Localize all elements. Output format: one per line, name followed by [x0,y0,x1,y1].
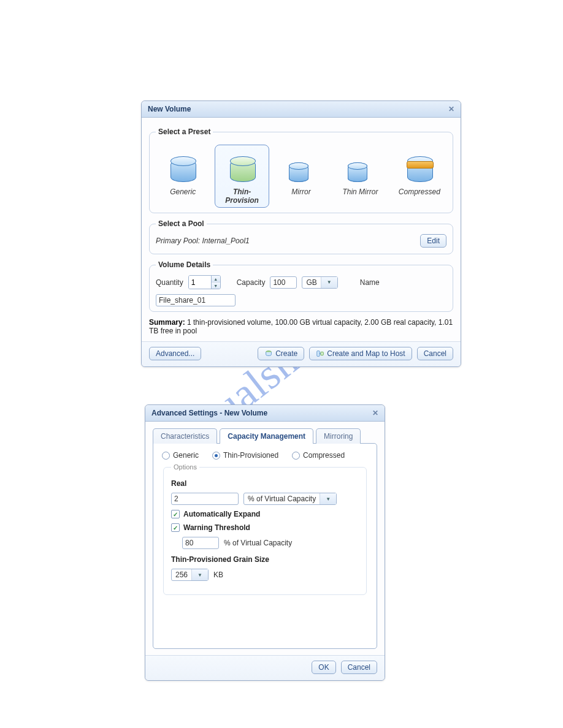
map-icon [316,349,324,358]
provision-type-row: Generic Thin-Provisioned Compressed [162,451,368,460]
chevron-down-icon[interactable]: ▼ [191,569,208,580]
summary-label: Summary: [149,318,185,327]
preset-label: Compressed [394,188,445,196]
pool-text: Primary Pool: Internal_Pool1 [156,237,250,245]
quantity-input[interactable] [189,276,211,289]
new-volume-dialog: New Volume ✕ Select a Preset Generic Thi… [141,100,461,367]
real-label: Real [171,479,359,488]
radio-thin-provisioned[interactable]: Thin-Provisioned [212,451,278,460]
preset-legend: Select a Preset [156,127,213,136]
dialog-title: New Volume [148,105,191,113]
warning-threshold-label: Warning Threshold [183,523,250,532]
radio-generic[interactable]: Generic [162,451,199,460]
pool-value: Internal_Pool1 [202,237,249,245]
preset-label: Thin-Provision [216,188,267,205]
close-icon[interactable]: ✕ [372,409,378,417]
real-input[interactable] [171,493,239,505]
radio-compressed[interactable]: Compressed [292,451,345,460]
dialog-footer: OK Cancel [145,655,385,680]
thin-provision-icon [227,149,258,182]
real-unit-select[interactable]: % of Virtual Capacity ▼ [243,493,337,505]
warning-threshold-checkbox[interactable]: Warning Threshold [171,523,250,532]
generic-icon [167,149,198,182]
tab-bar: Characteristics Capacity Management Mirr… [153,428,377,444]
name-input[interactable] [156,294,236,306]
edit-pool-button[interactable]: Edit [420,234,446,248]
tab-characteristics[interactable]: Characteristics [153,428,217,444]
pool-legend: Select a Pool [156,219,207,228]
auto-expand-checkbox[interactable]: Automatically Expand [171,510,260,518]
pool-label: Primary Pool: [156,237,200,245]
create-label: Create [275,349,297,358]
grain-select[interactable]: 256 ▼ [171,569,209,581]
stepper-up-icon[interactable]: ▲ [212,276,220,282]
tab-mirroring[interactable]: Mirroring [316,428,361,444]
tab-page: Generic Thin-Provisioned Compressed Opti… [153,443,377,649]
preset-thin-provision[interactable]: Thin-Provision [215,145,269,208]
volume-details-legend: Volume Details [156,260,213,269]
preset-group: Select a Preset Generic Thin-Provision M… [149,127,453,213]
dialog-body: Characteristics Capacity Management Mirr… [145,422,385,655]
dialog-footer: Advanced... Create Create and Map to Hos… [142,341,461,366]
ok-button[interactable]: OK [312,661,335,674]
name-label: Name [360,278,380,287]
real-unit-value: % of Virtual Capacity [244,493,320,504]
create-button[interactable]: Create [258,347,304,360]
grain-unit: KB [213,571,223,579]
capacity-label: Capacity [237,278,266,287]
close-icon[interactable]: ✕ [448,105,454,113]
titlebar: New Volume ✕ [142,101,461,118]
summary: Summary: 1 thin-provisioned volume, 100.… [149,318,453,335]
capacity-unit-value: GB [302,277,320,288]
mirror-icon [286,149,316,182]
titlebar: Advanced Settings - New Volume ✕ [145,405,385,422]
advanced-button[interactable]: Advanced... [149,347,201,360]
options-legend: Options [171,463,199,471]
options-group: Options Real % of Virtual Capacity ▼ Aut… [163,463,367,595]
capacity-unit-select[interactable]: GB ▼ [302,276,337,289]
radio-label: Compressed [303,451,345,460]
grain-value: 256 [172,569,191,580]
dialog-title: Advanced Settings - New Volume [151,409,267,417]
compressed-icon [404,149,435,182]
preset-label: Mirror [276,188,326,196]
advanced-settings-dialog: Advanced Settings - New Volume ✕ Charact… [145,404,385,681]
warning-input[interactable] [182,537,219,549]
preset-mirror[interactable]: Mirror [274,145,328,208]
dialog-body: Select a Preset Generic Thin-Provision M… [142,118,461,341]
chevron-down-icon[interactable]: ▼ [320,493,336,504]
preset-label: Thin Mirror [335,188,385,196]
create-map-label: Create and Map to Host [327,349,405,358]
radio-label: Thin-Provisioned [223,451,278,460]
create-icon [264,349,273,358]
svg-rect-2 [321,352,323,355]
stepper-down-icon[interactable]: ▼ [212,282,220,289]
cancel-button[interactable]: Cancel [417,347,453,360]
preset-list: Generic Thin-Provision Mirror Th [156,142,446,208]
thin-mirror-icon [345,149,375,182]
svg-rect-1 [317,351,320,357]
quantity-stepper[interactable]: ▲ ▼ [188,275,221,289]
auto-expand-label: Automatically Expand [183,510,260,518]
create-map-button[interactable]: Create and Map to Host [309,347,412,360]
preset-thin-mirror[interactable]: Thin Mirror [333,145,387,208]
warning-unit: % of Virtual Capacity [224,539,292,547]
chevron-down-icon[interactable]: ▼ [321,277,337,288]
cancel-button[interactable]: Cancel [341,661,377,674]
tab-capacity-management[interactable]: Capacity Management [220,428,313,444]
volume-details-group: Volume Details Quantity ▲ ▼ Capacity GB … [149,260,453,312]
preset-compressed[interactable]: Compressed [393,145,446,208]
volume-row: Quantity ▲ ▼ Capacity GB ▼ Name [156,275,446,306]
pool-group: Select a Pool Primary Pool: Internal_Poo… [149,219,453,254]
grain-label: Thin-Provisioned Grain Size [171,555,359,564]
preset-label: Generic [158,188,208,196]
radio-label: Generic [173,451,199,460]
preset-generic[interactable]: Generic [156,145,210,208]
capacity-input[interactable] [270,276,297,289]
quantity-label: Quantity [156,278,183,287]
summary-text: 1 thin-provisioned volume, 100.00 GB vir… [149,318,453,335]
